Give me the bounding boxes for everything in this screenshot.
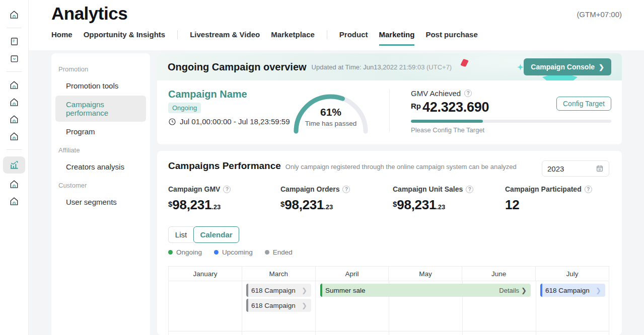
ended-dot-icon [265,250,269,255]
time-passed-gauge: 61% Time has passed [290,87,372,135]
vertical-divider [389,90,390,132]
calendar-icon [596,164,604,173]
help-icon[interactable]: ? [464,90,472,97]
gmv-progress-fill [411,120,483,123]
overview-body: Campaign Name Ongoing Jul 01,00:00:00 - … [157,80,622,144]
date-range-text: Jul 01,00:00:00 - Jul 18,23:59:59 [180,117,290,126]
gmv-progress-bar [411,120,611,123]
column-divider [242,281,242,335]
metric-label: Campaign Unit Sales [393,185,463,193]
month-header-january: January [169,267,242,281]
sidebar-section-promotion: Promotion [51,60,150,76]
metric-campaign-gmv: Campaign GMV ? $98,231.23 [168,185,276,213]
calendar-body: 618 Campaign ❯ 618 Campaign ❯ Summer sal… [169,281,609,335]
tab-divider [327,30,327,39]
tab-marketplace[interactable]: Marketplace [271,30,315,44]
sidebar-item-creators-analysis[interactable]: Creators analysis [55,158,146,176]
campaign-console-label: Campaign Console [531,63,595,71]
chevron-right-icon: ❯ [599,63,604,71]
view-toggle-list[interactable]: List [168,226,193,243]
metric-value: 12 [505,197,613,213]
help-icon[interactable]: ? [223,186,231,193]
home-icon[interactable] [4,78,24,92]
sidebar-section-customer: Customer [51,177,150,192]
view-toggle: List Calendar [168,226,239,243]
details-label: Details [499,287,519,294]
calendar-header-row: January March April May June July [169,267,609,281]
home-icon[interactable] [4,130,24,143]
legend-label: Ongoing [176,248,202,256]
rail-divider [7,149,22,150]
gmv-achieved-label-row: GMV Achieved ? [411,89,472,98]
sidebar-item-promotion-tools[interactable]: Promotion tools [55,77,146,95]
sidebar-item-user-segments[interactable]: User segments [55,193,146,211]
gmv-currency: Rp [411,102,421,110]
metric-number: 98,231 [397,197,436,212]
analytics-chart-icon[interactable] [3,156,25,174]
legend-ongoing: Ongoing [168,248,202,256]
overview-title: Ongoing Campaign overview [168,61,307,73]
sidebar: Promotion Promotion tools Campaigns perf… [51,53,150,335]
event-label: 618 Campaign [251,287,296,294]
event-618-campaign-ended[interactable]: 618 Campaign ❯ [246,299,311,312]
rail-divider [7,28,22,28]
event-details-link[interactable]: Details ❯ [499,287,527,294]
tab-livestream-video[interactable]: Livestream & Video [190,30,260,44]
config-target-button[interactable]: Config Target [556,97,611,111]
help-icon[interactable]: ? [466,186,473,193]
event-label: 618 Campaign [251,302,296,309]
main-nav-tabs: Home Opportunity & Insights Livestream &… [51,30,478,46]
gauge-percent-value: 61% [290,106,372,118]
event-618-campaign-upcoming[interactable]: 618 Campaign ❯ [540,284,605,297]
tab-divider [177,30,178,39]
upcoming-dot-icon [214,250,219,255]
tab-home[interactable]: Home [51,30,73,44]
help-icon[interactable]: ? [585,186,592,193]
view-toggle-calendar[interactable]: Calendar [193,226,239,243]
home-icon[interactable] [4,96,24,109]
icon-rail [0,0,29,335]
metric-label: Campaign Participated [505,185,582,193]
campaign-console-button[interactable]: Campaign Console ❯ [524,58,611,75]
home-icon[interactable] [4,113,24,126]
metric-number: 12 [505,197,519,212]
metric-number: 98,231 [172,197,211,212]
metric-decimals: .23 [211,203,221,211]
tab-marketing[interactable]: Marketing [379,30,415,46]
sidebar-item-program[interactable]: Program [55,123,146,140]
chevron-right-icon: ❯ [521,287,527,294]
home-icon[interactable] [4,178,24,191]
tab-product[interactable]: Product [339,30,368,44]
campaign-calendar-table: January March April May June July 618 Ca… [168,266,609,335]
timezone-label: (GTM+07:00) [577,10,622,19]
legend-label: Upcoming [222,248,253,256]
legend-label: Ended [273,248,293,256]
home-icon[interactable] [4,195,24,208]
month-header-july: July [536,267,609,281]
event-summer-sale-ongoing[interactable]: Summer sale Details ❯ [320,284,531,297]
gmv-achieved-value: Rp42.323.690 [411,100,489,115]
month-header-april: April [316,267,389,281]
chevron-right-icon: ❯ [596,287,601,294]
chevron-right-icon: ❯ [302,302,307,309]
metric-label: Campaign GMV [168,185,220,193]
tasks-icon[interactable] [4,35,24,48]
calendar-check-icon[interactable] [4,52,24,65]
performance-title: Campaigns Performance [168,160,281,172]
sidebar-item-campaigns-performance[interactable]: Campaigns performance [55,96,146,122]
top-header: Analytics (GTM+07:00) Home Opportunity &… [29,0,644,50]
campaign-name-link[interactable]: Campaign Name [168,89,247,100]
year-picker[interactable]: 2023 [542,160,609,177]
tab-post-purchase[interactable]: Post purchase [425,30,477,44]
help-icon[interactable]: ? [342,186,350,193]
metric-campaign-unit-sales: Campaign Unit Sales ? $98,231.23 [393,185,501,213]
performance-title-row: Campaigns Performance Only campaign regi… [168,160,517,172]
row-divider [169,331,609,331]
tab-opportunity-insights[interactable]: Opportunity & Insights [84,30,166,44]
metric-label: Campaign Orders [280,185,339,193]
event-618-campaign-ended[interactable]: 618 Campaign ❯ [246,284,311,297]
chevron-right-icon: ❯ [302,287,307,294]
home-icon[interactable] [4,8,24,21]
ongoing-campaign-overview-card: Ongoing Campaign overview Updated at Tim… [157,53,622,144]
status-legend: Ongoing Upcoming Ended [168,248,293,256]
